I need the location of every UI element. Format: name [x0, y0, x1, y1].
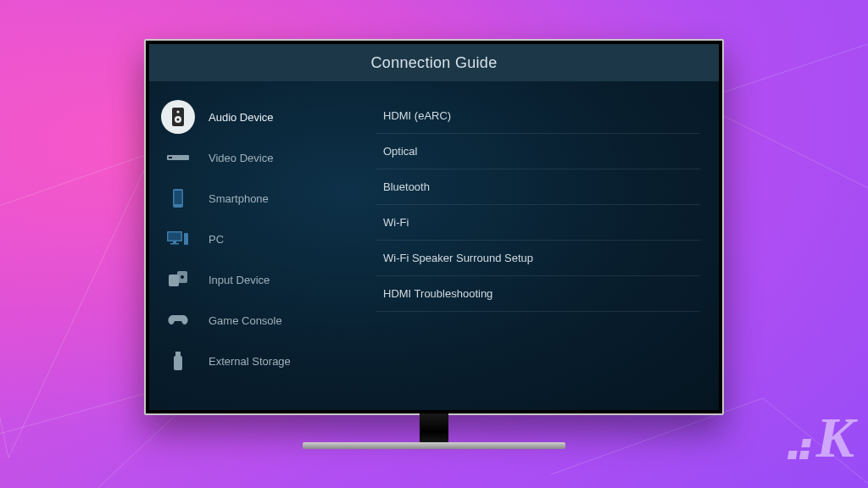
sidebar-item-label: PC: [209, 233, 224, 246]
svg-rect-5: [169, 157, 172, 158]
page-title: Connection Guide: [149, 44, 719, 81]
svg-rect-17: [174, 356, 182, 370]
option-optical[interactable]: Optical: [376, 134, 700, 169]
option-hdmi-earc[interactable]: HDMI (eARC): [376, 98, 700, 134]
option-hdmi-troubleshooting[interactable]: HDMI Troubleshooting: [376, 276, 700, 312]
sidebar-item-label: Game Console: [209, 314, 282, 327]
sidebar-item-game-console[interactable]: Game Console: [149, 300, 358, 341]
sidebar-item-input-device[interactable]: Input Device: [149, 259, 358, 300]
svg-point-15: [181, 275, 184, 279]
watermark-letter: K: [816, 404, 853, 471]
pc-icon: [161, 222, 195, 256]
player-icon: [161, 141, 195, 175]
option-wifi[interactable]: Wi-Fi: [376, 205, 700, 241]
usb-icon: [161, 344, 195, 378]
svg-rect-10: [173, 241, 176, 243]
tv-screen: Connection Guide Audio Device Video Devi…: [149, 44, 719, 410]
svg-rect-11: [170, 243, 179, 245]
sidebar-item-label: Smartphone: [209, 192, 269, 205]
sidebar-item-audio-device[interactable]: Audio Device: [149, 97, 358, 137]
content-area: Audio Device Video Device Smartphone: [149, 81, 719, 410]
sidebar-item-video-device[interactable]: Video Device: [149, 137, 358, 178]
watermark-logo: K: [789, 404, 853, 471]
speaker-icon: [161, 100, 195, 134]
sidebar-item-label: Video Device: [209, 152, 273, 164]
svg-point-1: [176, 110, 179, 113]
tv-frame: Connection Guide Audio Device Video Devi…: [144, 39, 724, 415]
sidebar-item-label: External Storage: [209, 355, 291, 368]
sidebar-item-pc[interactable]: PC: [149, 219, 358, 259]
option-wifi-speaker-surround[interactable]: Wi-Fi Speaker Surround Setup: [376, 241, 700, 276]
svg-rect-16: [175, 352, 181, 356]
options-panel: HDMI (eARC) Optical Bluetooth Wi-Fi Wi-F…: [358, 81, 719, 410]
svg-rect-9: [169, 233, 181, 241]
watermark-dots-icon: [787, 439, 811, 459]
sidebar-item-label: Audio Device: [209, 111, 274, 124]
sidebar-item-label: Input Device: [209, 274, 270, 286]
sidebar-item-smartphone[interactable]: Smartphone: [149, 178, 358, 219]
sidebar-item-external-storage[interactable]: External Storage: [149, 341, 358, 381]
option-bluetooth[interactable]: Bluetooth: [376, 169, 700, 205]
gamepad-icon: [161, 303, 195, 337]
device-sidebar: Audio Device Video Device Smartphone: [149, 81, 358, 410]
phone-icon: [161, 181, 195, 215]
svg-point-3: [176, 118, 179, 120]
input-device-icon: [161, 263, 195, 297]
svg-rect-12: [184, 233, 188, 245]
svg-rect-7: [175, 191, 182, 204]
tv-stand-neck: [420, 413, 448, 444]
tv-stand-base: [303, 442, 565, 449]
